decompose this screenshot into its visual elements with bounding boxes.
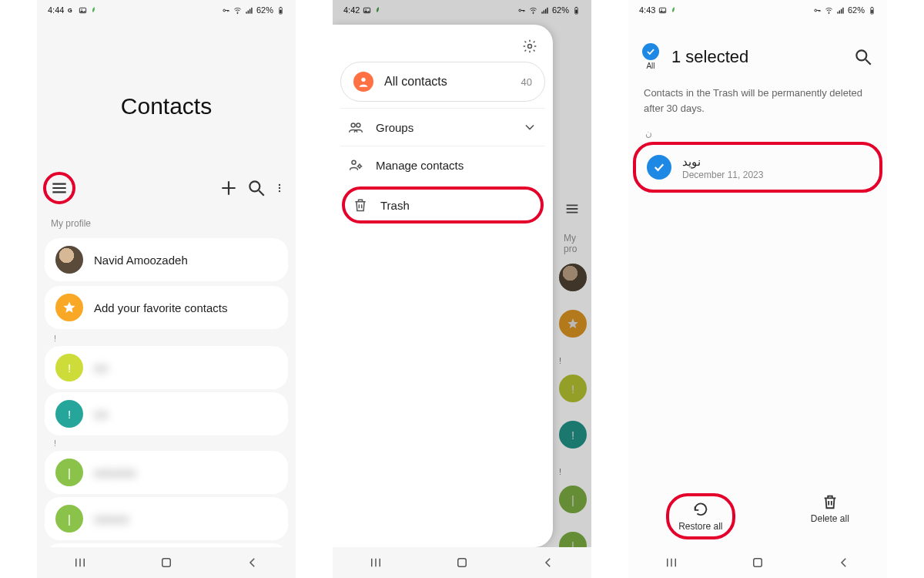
- recents-icon[interactable]: [73, 556, 87, 570]
- svg-rect-23: [545, 8, 546, 13]
- all-contacts-label: All contacts: [384, 75, 511, 89]
- home-icon[interactable]: [751, 556, 765, 570]
- svg-rect-42: [842, 7, 843, 13]
- chevron-down-icon: [522, 119, 537, 135]
- svg-point-46: [856, 50, 866, 60]
- svg-text:G: G: [68, 7, 72, 14]
- svg-rect-24: [547, 7, 547, 13]
- svg-point-14: [279, 187, 280, 189]
- list-item[interactable]: !■■: [45, 392, 288, 435]
- home-icon[interactable]: [455, 556, 469, 570]
- svg-point-29: [361, 78, 365, 82]
- restore-label: Restore all: [678, 521, 722, 532]
- screen-contacts: 4:44 G 62% Contacts My profile Navid Amo…: [37, 0, 296, 578]
- list-item[interactable]: |■■■■■■: [45, 451, 288, 494]
- groups-label: Groups: [376, 121, 510, 134]
- svg-point-12: [249, 181, 259, 191]
- home-icon[interactable]: [159, 556, 173, 570]
- svg-point-19: [519, 9, 521, 12]
- avatar: [559, 264, 587, 291]
- svg-rect-44: [872, 6, 873, 7]
- restore-all-button[interactable]: Restore all: [678, 501, 722, 532]
- list-item[interactable]: |■■■■■: [45, 497, 288, 540]
- svg-rect-6: [248, 10, 249, 13]
- recents-icon[interactable]: [665, 556, 678, 570]
- svg-rect-34: [458, 559, 467, 567]
- svg-rect-47: [754, 559, 762, 567]
- android-navbar: [37, 547, 296, 578]
- svg-point-3: [223, 9, 226, 12]
- index-letter: !: [37, 334, 296, 343]
- selected-contact-highlight: نوید December 11, 2023: [633, 142, 882, 193]
- status-battery: 62%: [848, 5, 865, 15]
- status-time: 4:42: [343, 5, 360, 15]
- groups-icon: [348, 119, 363, 135]
- trash-info-text: Contacts in the Trash will be permanentl…: [628, 78, 887, 128]
- my-profile-row[interactable]: Navid Amoozadeh: [45, 238, 288, 281]
- search-icon[interactable]: [246, 178, 266, 198]
- hamburger-highlight: [43, 172, 75, 204]
- add-icon[interactable]: [219, 178, 239, 198]
- trash-contact-row[interactable]: نوید December 11, 2023: [639, 148, 876, 187]
- svg-rect-27: [575, 9, 577, 13]
- battery-icon: [572, 6, 581, 15]
- restore-icon: [692, 501, 709, 518]
- trash-label: Trash: [380, 199, 533, 212]
- delete-label: Delete all: [811, 513, 849, 524]
- svg-point-36: [661, 8, 662, 9]
- index-letter: !: [37, 439, 296, 448]
- drawer-groups[interactable]: Groups: [340, 108, 545, 146]
- search-icon[interactable]: [853, 47, 873, 67]
- svg-rect-22: [544, 10, 544, 13]
- delete-all-button[interactable]: Delete all: [811, 493, 849, 539]
- drawer-manage[interactable]: Manage contacts: [340, 146, 545, 183]
- contact-name: ■■: [94, 361, 108, 375]
- list-item[interactable]: !■■: [45, 346, 288, 389]
- avatar: !: [55, 400, 83, 428]
- check-icon: [642, 43, 659, 60]
- svg-point-37: [815, 9, 817, 12]
- contact-name: نوید: [682, 154, 763, 170]
- favorites-row[interactable]: Add your favorite contacts: [45, 286, 288, 329]
- more-icon[interactable]: [274, 178, 285, 198]
- status-battery: 62%: [256, 5, 273, 15]
- select-all-button[interactable]: All: [642, 43, 659, 70]
- selection-header: All 1 selected: [628, 20, 887, 78]
- wifi-icon: [825, 6, 833, 15]
- back-icon[interactable]: [246, 556, 259, 570]
- vpn-icon: [813, 6, 822, 15]
- avatar: !: [55, 354, 83, 381]
- drawer-all-contacts[interactable]: All contacts 40: [340, 62, 545, 102]
- android-navbar: [628, 547, 887, 578]
- battery-icon: [868, 6, 876, 15]
- image-icon: [658, 6, 667, 15]
- navigation-drawer: All contacts 40 Groups Manage contacts T…: [333, 25, 553, 547]
- svg-point-2: [82, 8, 82, 9]
- svg-rect-8: [251, 7, 252, 13]
- avatar: |: [55, 505, 83, 533]
- contact-name: ■■■■■: [94, 512, 129, 526]
- star-icon: [559, 310, 587, 338]
- svg-point-30: [351, 123, 355, 127]
- signal-icon: [245, 6, 253, 15]
- deleted-date: December 11, 2023: [682, 170, 763, 180]
- svg-rect-16: [162, 559, 171, 567]
- avatar: !: [559, 421, 587, 449]
- svg-point-32: [352, 160, 356, 164]
- select-all-label: All: [646, 62, 654, 70]
- gear-icon[interactable]: [522, 39, 537, 54]
- svg-point-28: [528, 45, 532, 49]
- back-icon[interactable]: [837, 556, 851, 570]
- signal-icon: [836, 6, 845, 15]
- status-bar: 4:43 62%: [628, 0, 887, 20]
- drawer-trash[interactable]: Trash: [345, 190, 541, 220]
- trash-icon: [822, 493, 839, 510]
- contact-list: !■■ !■■ ! |■■■■■■ |■■■■■ |■■■: [37, 346, 296, 578]
- android-navbar: [333, 547, 591, 578]
- back-icon[interactable]: [541, 556, 555, 570]
- status-time: 4:43: [639, 5, 655, 15]
- recents-icon[interactable]: [369, 556, 383, 570]
- menu-icon[interactable]: [49, 178, 69, 198]
- svg-point-20: [533, 12, 534, 13]
- avatar: |: [559, 486, 587, 513]
